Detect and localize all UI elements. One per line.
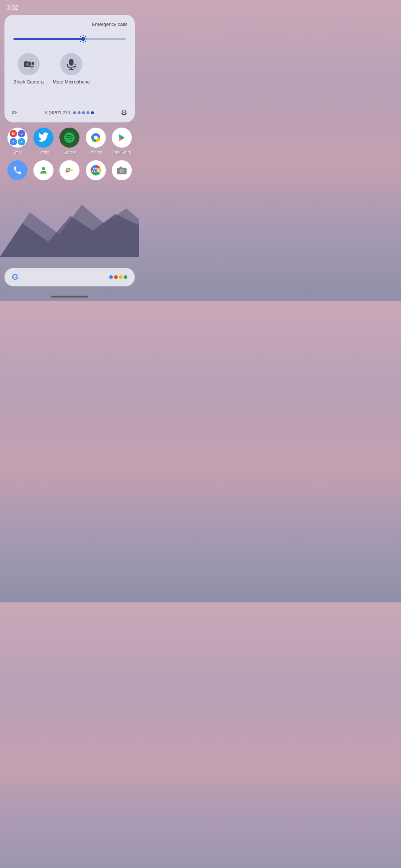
- svg-marker-1: [0, 214, 139, 257]
- svg-point-13: [26, 63, 28, 65]
- app-twitter[interactable]: Twitter: [32, 128, 55, 154]
- svg-point-34: [94, 169, 97, 172]
- block-camera-label: Block Camera: [13, 79, 44, 85]
- email-label: Email: [12, 150, 23, 154]
- mute-microphone-tile[interactable]: Mute Microphone: [53, 53, 90, 85]
- app-playstore[interactable]: Play Store: [111, 128, 133, 154]
- block-camera-tile[interactable]: Block Camera: [13, 53, 44, 85]
- mute-microphone-label: Mute Microphone: [53, 79, 90, 85]
- dot-3: [82, 111, 85, 114]
- app-photos[interactable]: Photos: [85, 128, 107, 154]
- app-email[interactable]: M D ✉ ➤ Email: [6, 128, 29, 154]
- phone-icon: [7, 160, 27, 180]
- playstore-icon: [112, 128, 132, 148]
- mic-mute-icon: [65, 58, 77, 70]
- svg-point-2: [82, 37, 85, 41]
- photos-label: Photos: [89, 150, 102, 154]
- qs-version-label: S (SPP1.210: [44, 110, 70, 115]
- photos-icon: [86, 128, 106, 148]
- quick-settings-panel: Emergency calls: [4, 15, 135, 122]
- clock: 3:02: [7, 4, 18, 11]
- google-logo: G: [12, 272, 18, 282]
- emergency-calls-label[interactable]: Emergency calls: [12, 22, 127, 27]
- app-row-2: [4, 160, 135, 183]
- svg-rect-25: [66, 171, 68, 172]
- mountain-background: [0, 190, 139, 257]
- svg-line-8: [85, 41, 86, 42]
- chrome-icon: [86, 160, 106, 180]
- brightness-slider[interactable]: [13, 34, 126, 44]
- app-slack[interactable]: [58, 160, 81, 183]
- qs-bottom-bar: ✏ S (SPP1.210 ⚙: [12, 105, 127, 117]
- status-bar: 3:02: [0, 0, 139, 13]
- block-camera-icon-bg: [17, 53, 40, 75]
- camera-app-icon: [112, 160, 132, 180]
- home-indicator[interactable]: [51, 296, 88, 297]
- svg-rect-14: [25, 61, 27, 62]
- g-dot-yellow: [119, 275, 123, 279]
- slack-icon: [59, 160, 79, 180]
- playstore-label: Play Store: [112, 150, 131, 154]
- app-row-1: M D ✉ ➤ Email Twitter: [4, 128, 135, 154]
- edit-button[interactable]: ✏: [12, 109, 17, 117]
- g-dot-blue: [109, 275, 113, 279]
- app-chrome[interactable]: [85, 160, 107, 183]
- brightness-thumb[interactable]: [78, 34, 88, 44]
- svg-point-40: [121, 170, 123, 172]
- quick-tiles-container: Block Camera Mute Microphone: [12, 53, 127, 85]
- svg-point-24: [42, 167, 45, 170]
- contacts-icon: [33, 160, 53, 180]
- svg-rect-37: [120, 167, 122, 168]
- email-icon: M D ✉ ➤: [7, 128, 27, 148]
- spotify-icon: [59, 128, 79, 148]
- dot-1: [73, 111, 76, 114]
- qs-page-indicator: S (SPP1.210: [44, 110, 94, 115]
- twitter-icon: [33, 128, 53, 148]
- app-camera[interactable]: [111, 160, 133, 183]
- svg-line-10: [80, 41, 81, 42]
- dot-5-active: [91, 111, 94, 114]
- google-search-bar[interactable]: G: [4, 268, 135, 286]
- svg-line-7: [80, 36, 81, 37]
- app-contacts[interactable]: [32, 160, 55, 183]
- svg-rect-18: [69, 59, 74, 66]
- home-screen: M D ✉ ➤ Email Twitter: [0, 128, 139, 183]
- mute-microphone-icon-bg: [60, 53, 82, 75]
- spotify-label: Spotify: [63, 150, 76, 154]
- g-dot-green: [124, 275, 127, 279]
- g-blue: G: [12, 272, 18, 282]
- svg-rect-30: [65, 170, 73, 171]
- camera-block-icon: [23, 58, 35, 70]
- svg-point-23: [94, 136, 98, 139]
- settings-gear-button[interactable]: ⚙: [121, 108, 127, 117]
- slider-fill: [13, 38, 83, 40]
- slider-track: [13, 38, 126, 40]
- app-phone[interactable]: [6, 160, 29, 183]
- dot-2: [78, 111, 81, 114]
- g-dot-red: [114, 275, 118, 279]
- svg-line-9: [85, 36, 86, 37]
- svg-rect-26: [68, 171, 70, 172]
- app-spotify[interactable]: Spotify: [58, 128, 81, 154]
- dot-4: [87, 111, 89, 114]
- google-dots: [109, 275, 127, 279]
- twitter-label: Twitter: [38, 150, 49, 154]
